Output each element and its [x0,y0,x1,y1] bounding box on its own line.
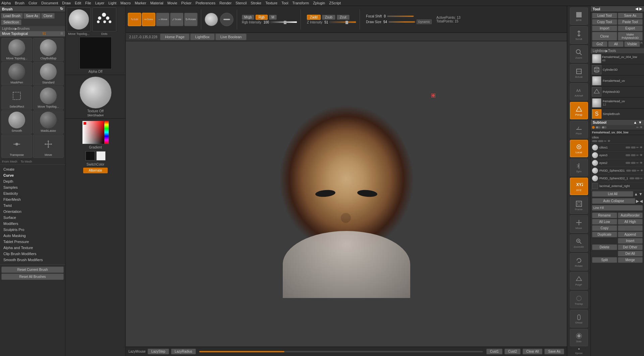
menu-twist[interactable]: Twist [0,202,65,209]
cust2-button[interactable]: Cust2 [504,349,521,354]
paste-button[interactable]: Paste [618,225,643,231]
menu-transform[interactable]: Transform [292,1,309,5]
z-intensity-slider[interactable] [329,21,356,23]
local-button[interactable]: Local [570,140,588,157]
rgb-intensity-slider[interactable] [270,21,297,23]
lazy-progress-bar[interactable] [199,351,483,352]
copy-button[interactable]: Copy [592,225,617,231]
lightbox-tools-bar[interactable]: Lightbox▶Tools [591,48,644,53]
zoom-button[interactable]: Zoom [570,45,588,63]
subtool-sphere2[interactable]: PM3D_Sphere3D2_1 ✏ 👁 [591,175,644,182]
mrgb-button[interactable]: Mrgb [242,15,254,20]
xyz-button[interactable]: XYZ XYZ [570,178,588,195]
move-nav-button[interactable]: Move [570,215,588,233]
menu-stroke[interactable]: Stroke [251,1,261,5]
auto-reorder-button[interactable]: AutoReorder [618,213,643,218]
tab-lightbox[interactable]: LightBox [190,34,215,40]
save-tool-button[interactable]: Save As [618,13,643,18]
brush-item-maskpen[interactable]: MaskPen [1,62,32,85]
all-low-button[interactable]: All Low [592,219,617,225]
texture-preview[interactable] [79,76,112,109]
save-as-bottom-button[interactable]: Save As [544,349,564,354]
scroll-button[interactable]: Scroll [570,26,588,44]
alpha-preview[interactable] [79,37,112,69]
all-button[interactable]: All [608,41,624,47]
subtool-eyes2[interactable]: eyes2 ✏ 👁 [591,159,644,167]
save-as-button[interactable]: Save As [23,13,41,19]
menu-curve[interactable]: Curve [0,172,65,178]
menu-zscript[interactable]: ZScript [329,1,341,5]
solo-button[interactable]: Solo [570,329,588,346]
brush-item-masklasso[interactable]: MaskLasso [33,110,64,134]
female-head-thumb[interactable] [592,54,601,63]
brush-item-clay[interactable]: ClayBuildup [33,38,64,61]
line-fill-bar[interactable]: Line Fill [592,205,643,211]
simplebrush-thumb[interactable]: S [592,109,601,119]
menu-clip-brush[interactable]: Clip Brush Modifiers [0,251,65,257]
viewport-3d[interactable] [126,41,567,347]
toggle-1[interactable] [595,126,601,129]
rotate-tool-button[interactable]: ↻ Rotate [184,13,198,26]
menu-sculptris-pro[interactable]: Sculptris Pro [0,227,65,233]
secondary-color-swatch[interactable] [96,151,106,161]
menu-layer[interactable]: Layer [95,1,105,5]
subtool-sphere1[interactable]: PM3D_Sphere3D1 ✏ 👁 [591,167,644,175]
subtool-eyes3[interactable]: eyes3 ✏ 👁 [591,152,644,159]
female-head-3-thumb[interactable] [592,98,601,108]
subtool-lacrimal[interactable]: lacrimal_external_right [591,182,644,190]
reset-all-brushes-button[interactable]: Reset All Brushes [1,274,64,280]
menu-orientation[interactable]: Orientation [0,209,65,215]
menu-smooth-brush[interactable]: Smooth Brush Modifiers [0,257,65,263]
primary-color-swatch[interactable] [86,151,95,161]
pen-icon[interactable]: ✏ [636,126,639,129]
refresh-icon[interactable]: ↻ [60,7,63,11]
tab-home-page[interactable]: Home Page [160,34,190,40]
menu-fibermesh[interactable]: FiberMesh [0,196,65,202]
clone-tool-button[interactable]: Clone [592,32,617,41]
dots-brush-preview[interactable] [92,7,116,32]
expand-icon[interactable]: ◀ [635,7,638,11]
frame-button[interactable]: Frame [570,196,588,214]
draw-tool-button[interactable]: ✏ Draw [142,13,155,26]
m-button[interactable]: M [269,15,276,20]
del-all-button[interactable]: Del All [618,251,643,256]
menu-modifiers[interactable]: Modifiers [0,221,65,227]
menu-brush[interactable]: Brush [15,1,24,5]
list-up-icon[interactable]: ▲ [634,192,638,196]
menu-movie[interactable]: Movie [167,1,177,5]
brush-item-standard[interactable]: Standard [33,62,64,85]
floor-button[interactable]: Floor [570,121,588,138]
menu-macro[interactable]: Macro [120,1,131,5]
menu-render[interactable]: Render [219,1,231,5]
polyf-button[interactable]: PolyF [570,272,588,289]
insert-button[interactable]: Insert [618,238,643,244]
bpr-button[interactable]: BPR [570,7,588,25]
copy-tool-button[interactable]: Copy Tool [592,19,617,25]
zadd-button[interactable]: Zadd [307,15,321,20]
viewport[interactable] [126,41,567,347]
menu-tablet-pressure[interactable]: Tablet Pressure [0,239,65,245]
menu-tool[interactable]: Tool [281,1,288,5]
subtool-down-icon[interactable]: ▼ [638,120,642,124]
brush-item-move-topological[interactable]: Move Topolog... [1,38,32,61]
rotate-nav-button[interactable]: Rotate [570,253,588,271]
female-head-2-thumb[interactable] [592,76,601,85]
brush-item-move[interactable]: Move [33,134,64,158]
menu-preferences[interactable]: Preferences [196,1,215,5]
menu-color[interactable]: Color [29,1,37,5]
lightbox-brushes[interactable]: Lightbox▶Brushes [0,26,65,31]
load-brush-button[interactable]: Load Brush [1,13,23,19]
transp-button[interactable]: Transp [570,291,588,308]
actual-button[interactable]: Actual [570,64,588,81]
subtool-cilios[interactable]: cilios ✏ 👁 [591,135,644,144]
stroke-preview[interactable] [220,13,233,26]
del-other-button[interactable]: Del Other [618,244,643,250]
menu-file[interactable]: File [85,1,91,5]
menu-marker[interactable]: Marker [135,1,146,5]
cylinder3d-thumb[interactable] [592,65,601,74]
toggle-2[interactable] [601,126,607,129]
rgb-button[interactable]: Rgb [256,15,268,20]
zsub-button[interactable]: Zsub [322,15,335,20]
zoom3d-button[interactable]: Zoom3D [570,234,588,252]
select-icon-button[interactable]: SelectIcon [1,19,21,25]
